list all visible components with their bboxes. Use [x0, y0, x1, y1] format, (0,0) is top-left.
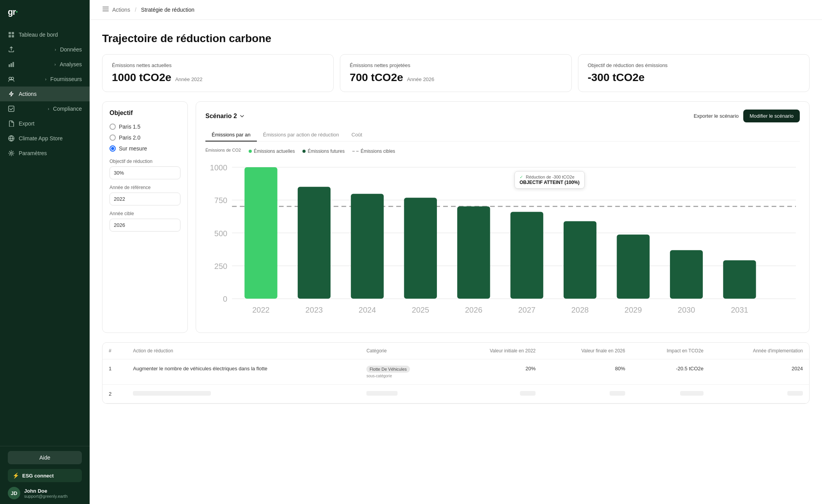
form-group-target-year: Année cible — [110, 211, 180, 232]
metrics-row: Émissions nettes actuelles 1000 tCO2e An… — [102, 54, 810, 92]
target-year-input[interactable] — [110, 219, 180, 232]
svg-text:2026: 2026 — [465, 306, 483, 314]
sidebar-item-label: Climate App Store — [19, 135, 63, 141]
chart-tooltip: ✓ Réduction de -300 tCO2e OBJECTIF ATTEI… — [514, 171, 585, 189]
svg-rect-4 — [9, 64, 10, 67]
svg-text:2027: 2027 — [518, 306, 536, 314]
cell-initial-2 — [449, 385, 542, 403]
sidebar-nav: Tableau de bord › Données › Analyses — [0, 24, 90, 446]
radio-label-paris-1-5: Paris 1.5 — [119, 124, 140, 130]
sidebar-item-analyses[interactable]: › Analyses — [0, 57, 90, 72]
col-action: Action de réduction — [127, 343, 360, 359]
svg-point-11 — [11, 152, 12, 154]
legend-actuelles: Émissions actuelles — [249, 149, 295, 154]
sidebar-item-donnees[interactable]: › Données — [0, 42, 90, 57]
objective-panel: Objectif Paris 1.5 Paris 2.0 Sur mesure — [102, 101, 188, 333]
reduction-input[interactable] — [110, 166, 180, 179]
help-button[interactable]: Aide — [8, 451, 82, 464]
radio-label-sur-mesure: Sur mesure — [119, 145, 147, 152]
cell-category-2 — [360, 385, 449, 403]
chart-tabs: Émissions par an Émissions par action de… — [205, 129, 800, 141]
radio-circle-paris-1-5 — [110, 124, 116, 130]
svg-text:2023: 2023 — [306, 306, 323, 314]
sidebar: gr· Tableau de bord › Donn — [0, 0, 90, 504]
col-initial: Valeur initiale en 2022 — [449, 343, 542, 359]
tab-emissions-par-an[interactable]: Émissions par an — [205, 129, 257, 141]
svg-rect-13 — [103, 9, 109, 9]
form-label-reduction: Objectif de réduction — [110, 159, 180, 164]
sidebar-toggle-icon[interactable] — [102, 5, 109, 14]
sidebar-item-label: Tableau de bord — [19, 32, 58, 38]
svg-text:2029: 2029 — [624, 306, 642, 314]
sidebar-item-parametres[interactable]: Paramètres — [0, 146, 90, 161]
metric-year-1: Année 2026 — [407, 76, 434, 82]
tab-cout[interactable]: Coût — [345, 129, 368, 141]
bar-chart-icon — [8, 61, 15, 68]
export-button[interactable]: Exporter le scénario — [694, 113, 739, 119]
radio-circle-sur-mesure — [110, 145, 116, 152]
main-content: Actions / Stratégie de réduction Traject… — [90, 0, 822, 504]
chevron-icon: › — [55, 48, 56, 52]
legend-futures: Émissions futures — [302, 149, 345, 154]
svg-text:250: 250 — [214, 262, 227, 271]
svg-text:2031: 2031 — [731, 306, 748, 314]
sidebar-item-label: Données — [60, 46, 82, 53]
upload-icon — [8, 46, 15, 53]
sidebar-item-export[interactable]: Export — [0, 116, 90, 131]
sidebar-item-compliance[interactable]: › Compliance — [0, 101, 90, 116]
svg-text:2025: 2025 — [412, 306, 430, 314]
table-row: 1 Augmenter le nombre de véhicules élect… — [103, 359, 809, 385]
tooltip-status: OBJECTIF ATTEINT (100%) — [520, 180, 580, 185]
scenario-selector[interactable]: Scénario 2 — [205, 113, 245, 120]
radio-paris-2-0[interactable]: Paris 2.0 — [110, 134, 180, 141]
bar-2024 — [351, 194, 384, 299]
breadcrumb-root[interactable]: Actions — [112, 7, 130, 13]
data-table: # Action de réduction Catégorie Valeur i… — [103, 343, 809, 403]
plus-icon: ⚡ — [12, 472, 19, 479]
sidebar-item-actions[interactable]: Actions — [0, 87, 90, 101]
cell-num-2: 2 — [103, 385, 127, 403]
svg-rect-9 — [9, 106, 14, 111]
tab-emissions-par-action[interactable]: Émissions par action de réduction — [257, 129, 345, 141]
radio-group: Paris 1.5 Paris 2.0 Sur mesure — [110, 124, 180, 152]
chart-panel: Scénario 2 Exporter le scénario Modifier… — [196, 101, 810, 333]
modify-button[interactable]: Modifier le scénario — [743, 110, 800, 122]
lower-row: Objectif Paris 1.5 Paris 2.0 Sur mesure — [102, 101, 810, 333]
col-num: # — [103, 343, 127, 359]
form-group-reduction: Objectif de réduction — [110, 159, 180, 179]
radio-sur-mesure[interactable]: Sur mesure — [110, 145, 180, 152]
ref-year-input[interactable] — [110, 193, 180, 205]
cell-action: Augmenter le nombre de véhicules électri… — [127, 359, 360, 385]
cell-action-2 — [127, 385, 360, 403]
sidebar-item-fournisseurs[interactable]: › Fournisseurs — [0, 72, 90, 87]
sidebar-item-tableau[interactable]: Tableau de bord — [0, 27, 90, 42]
legend-dot-futures — [302, 150, 306, 153]
legend-label-cibles: Émissions cibles — [361, 149, 395, 154]
sidebar-item-label: Compliance — [53, 106, 82, 112]
scenario-label: Scénario 2 — [205, 113, 237, 120]
svg-rect-5 — [11, 63, 12, 67]
svg-text:2022: 2022 — [252, 306, 270, 314]
chevron-icon: › — [48, 107, 49, 111]
chart-legend: Émissions de CO2 Émissions actuelles Émi… — [205, 148, 800, 155]
chevron-icon: › — [45, 77, 46, 81]
metric-value-1: 700 tCO2e — [350, 71, 403, 83]
sidebar-item-label: Export — [19, 120, 34, 127]
radio-paris-1-5[interactable]: Paris 1.5 — [110, 124, 180, 130]
user-info: John Doe support@greenly.earth — [24, 488, 67, 499]
svg-point-7 — [9, 77, 11, 80]
metric-value-0: 1000 tCO2e — [112, 71, 171, 83]
metric-label-0: Émissions nettes actuelles — [112, 62, 324, 68]
globe-icon — [8, 135, 15, 142]
esg-badge: ⚡ ESG connect — [8, 469, 82, 482]
tooltip-title: ✓ Réduction de -300 tCO2e — [520, 175, 580, 180]
sidebar-item-climate[interactable]: Climate App Store — [0, 131, 90, 146]
col-year: Année d'implementation — [710, 343, 809, 359]
legend-dot-actuelles — [249, 150, 252, 153]
col-final: Valeur finale en 2026 — [542, 343, 631, 359]
settings-icon — [8, 150, 15, 157]
chart-actions: Exporter le scénario Modifier le scénari… — [694, 110, 800, 122]
tooltip-reduction: Réduction de -300 tCO2e — [526, 175, 575, 179]
svg-point-8 — [11, 77, 14, 80]
svg-rect-6 — [12, 62, 14, 67]
